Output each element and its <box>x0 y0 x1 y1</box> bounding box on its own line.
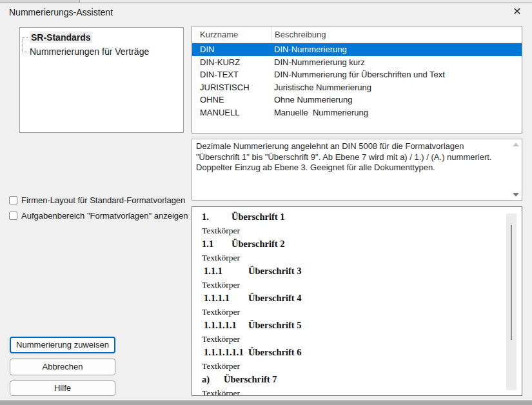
help-button[interactable]: Hilfe <box>10 380 115 396</box>
column-header-beschreibung[interactable]: Beschreibung <box>272 26 522 43</box>
checkbox-label: Aufgabenbereich "Formatvorlagen" anzeige… <box>21 211 188 221</box>
cancel-button[interactable]: Abbrechen <box>10 359 115 375</box>
table-row[interactable]: JURISTISCH Juristische Nummerierung <box>192 81 522 94</box>
tree-item-label: SR-Standards <box>30 32 92 43</box>
tree-item-label: Nummerierungen für Verträge <box>30 46 149 57</box>
checkbox-icon[interactable] <box>9 212 17 220</box>
description-text: Dezimale Nummerierung angelehnt an DIN 5… <box>192 139 511 200</box>
tree-item-nummerierungen-vertraege[interactable]: Nummerierungen für Verträge <box>20 44 183 59</box>
tree-branch-icon <box>22 39 28 52</box>
preview-body: Textkörper <box>202 332 522 346</box>
column-header-kurzname[interactable]: Kurzname <box>192 26 272 43</box>
preview-body: Textkörper <box>202 359 522 373</box>
table-row[interactable]: DIN DIN-Nummerierung <box>192 43 522 56</box>
standards-tree: SR-Standards Nummerierungen für Verträge <box>19 27 184 133</box>
table-row[interactable]: DIN-TEXT DIN-Nummerierung für Überschrif… <box>192 68 522 81</box>
description-scrollbar[interactable] <box>511 139 522 200</box>
window-top-edge <box>0 0 532 3</box>
tree-item-sr-standards[interactable]: SR-Standards <box>20 30 183 44</box>
preview-heading: 1.1 Überschrift 2 <box>202 237 522 251</box>
tree-branch-icon <box>22 37 28 38</box>
checkbox-firmen-layout[interactable]: Firmen-Layout für Standard-Formatvorlage… <box>9 195 185 205</box>
numbering-assistant-dialog: Nummerierungs-Assistent × SR-Standards N… <box>0 0 532 405</box>
preview-heading: a) Überschrift 7 <box>202 373 522 386</box>
preview-body: Textkörper <box>202 305 522 319</box>
numbering-preview: 1. Überschrift 1 Textkörper 1.1 Überschr… <box>192 206 522 396</box>
preview-heading: 1. Überschrift 1 <box>202 210 522 224</box>
checkbox-label: Firmen-Layout für Standard-Formatvorlage… <box>21 195 185 205</box>
window-bottom-edge <box>0 400 532 405</box>
preview-heading: 1.1.1.1.1.1 Überschrift 6 <box>202 346 522 359</box>
assign-numbering-button[interactable]: Nummerierung zuweisen <box>10 337 115 353</box>
preview-body: Textkörper <box>202 386 522 396</box>
preview-heading: 1.1.1.1.1 Überschrift 5 <box>202 319 522 332</box>
scroll-up-icon[interactable] <box>513 143 519 146</box>
numbering-list: Kurzname Beschreibung DIN DIN-Nummerieru… <box>192 26 522 133</box>
preview-scrollbar[interactable] <box>506 213 517 390</box>
preview-body: Textkörper <box>202 224 522 237</box>
scroll-down-icon[interactable] <box>513 193 519 197</box>
preview-body: Textkörper <box>202 278 522 291</box>
preview-body: Textkörper <box>202 251 522 264</box>
close-icon[interactable]: × <box>509 3 525 19</box>
preview-heading: 1.1.1.1 Überschrift 4 <box>202 291 522 305</box>
table-row[interactable]: OHNE Ohne Nummerierung <box>192 94 522 106</box>
list-header: Kurzname Beschreibung <box>192 26 522 43</box>
preview-heading: 1.1.1 Überschrift 3 <box>202 264 522 278</box>
checkbox-aufgabenbereich[interactable]: Aufgabenbereich "Formatvorlagen" anzeige… <box>9 210 188 221</box>
scrollbar-thumb[interactable] <box>511 225 512 340</box>
table-row[interactable]: DIN-KURZ DIN-Nummerierung kurz <box>192 56 522 69</box>
checkbox-icon[interactable] <box>9 196 17 204</box>
description-box: Dezimale Nummerierung angelehnt an DIN 5… <box>192 139 522 201</box>
table-row[interactable]: MANUELL Manuelle Nummerierung <box>192 106 522 119</box>
dialog-title: Nummerierungs-Assistent <box>9 7 113 17</box>
